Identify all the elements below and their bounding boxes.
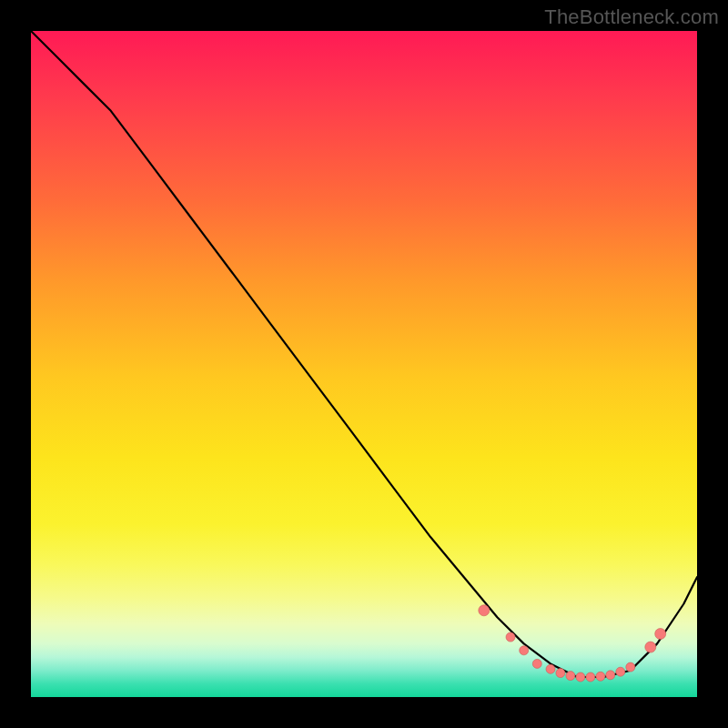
plot-area xyxy=(31,31,697,697)
trough-dot xyxy=(479,605,490,616)
trough-dots-group xyxy=(479,605,666,682)
trough-dot xyxy=(532,659,541,668)
trough-dot xyxy=(520,646,529,655)
chart-svg xyxy=(31,31,697,697)
trough-dot xyxy=(606,671,615,680)
outer-frame: TheBottleneck.com xyxy=(0,0,728,728)
trough-dot xyxy=(616,667,625,676)
trough-dot xyxy=(655,629,666,640)
watermark-text: TheBottleneck.com xyxy=(544,5,719,29)
trough-dot xyxy=(626,662,635,672)
trough-dot xyxy=(596,672,605,681)
trough-dot xyxy=(566,672,575,681)
trough-dot xyxy=(576,672,585,682)
trough-dot xyxy=(645,642,656,652)
bottleneck-curve xyxy=(31,31,697,677)
trough-dot xyxy=(506,632,515,642)
trough-dot xyxy=(556,669,565,678)
trough-dot xyxy=(546,664,555,673)
trough-dot xyxy=(586,672,595,682)
